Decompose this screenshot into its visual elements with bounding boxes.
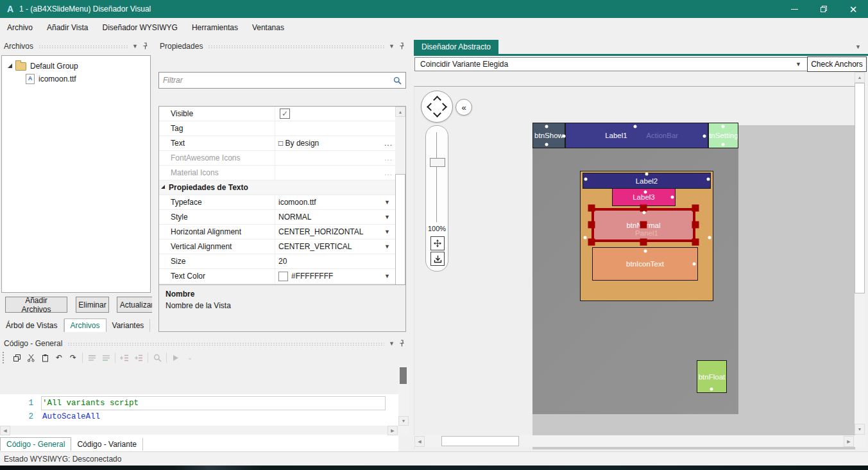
panel-menu-icon[interactable]: ▼ <box>855 44 861 50</box>
tab-disenador-abstracto[interactable]: Diseñador Abstracto <box>414 40 498 54</box>
panel-menu-icon[interactable]: ▼ <box>132 43 138 49</box>
resize-handle-e[interactable] <box>692 222 699 229</box>
close-button[interactable]: ✕ <box>838 0 868 18</box>
pan-left-icon[interactable] <box>427 103 435 111</box>
scroll-left-button[interactable]: ◀ <box>0 426 10 435</box>
expander-icon[interactable] <box>8 64 12 68</box>
cut-icon[interactable] <box>24 351 38 364</box>
property-row-material-icons[interactable]: Material Icons ... <box>159 166 395 180</box>
designer-canvas[interactable]: btnShow ActionBar Label1 btnSettings Pan… <box>414 86 855 449</box>
pin-icon[interactable] <box>399 42 405 50</box>
resize-handle-nw[interactable] <box>588 205 595 212</box>
menu-anadir-vista[interactable]: Añadir Vista <box>40 23 95 32</box>
dropdown-arrow-icon[interactable]: ▼ <box>384 273 390 279</box>
property-row-typeface[interactable]: Typeface icomoon.ttf ▼ <box>159 195 395 210</box>
property-row-vertical-alignment[interactable]: Vertical Alignment CENTER_VERTICAL ▼ <box>159 239 395 254</box>
dropdown-arrow-icon[interactable]: ▼ <box>384 199 390 205</box>
restore-button[interactable] <box>809 0 838 18</box>
menu-disenador-wysiwyg[interactable]: Diseñador WYSIWYG <box>96 23 185 32</box>
toolbar-overflow-icon[interactable]: ⌄ <box>183 351 197 364</box>
remove-button[interactable]: Eliminar <box>76 297 109 313</box>
find-icon[interactable] <box>150 351 164 364</box>
panel-menu-icon[interactable]: ▼ <box>389 43 395 49</box>
pan-up-icon[interactable] <box>433 96 441 104</box>
load-layout-button[interactable] <box>430 252 445 266</box>
tab-codigo-general[interactable]: Código - General <box>0 437 71 451</box>
run-script-icon[interactable] <box>169 351 183 364</box>
tree-item-font-file[interactable]: A icomoon.ttf <box>2 73 150 85</box>
tab-arbol-de-vistas[interactable]: Árbol de Vistas <box>0 319 64 332</box>
menu-herramientas[interactable]: Herramientas <box>185 23 245 32</box>
scroll-right-button[interactable]: ▶ <box>387 426 398 435</box>
filter-input[interactable] <box>159 76 393 85</box>
checkbox-checked-icon[interactable]: ✓ <box>280 109 290 119</box>
view-btnShow[interactable]: btnShow <box>532 123 565 148</box>
indent-icon[interactable] <box>132 351 146 364</box>
tree-item-default-group[interactable]: Default Group <box>2 60 150 73</box>
uncomment-icon[interactable] <box>99 351 113 364</box>
pin-icon[interactable] <box>142 42 148 50</box>
collapse-tools-button[interactable]: « <box>455 99 472 116</box>
check-anchors-button[interactable]: Check Anchors <box>807 57 867 72</box>
paste-icon[interactable] <box>38 351 52 364</box>
group-expander-icon[interactable] <box>161 185 165 189</box>
editor-vscrollbar[interactable]: ▼ <box>398 366 409 426</box>
code-text[interactable]: AutoScaleAll <box>42 412 100 421</box>
code-line[interactable]: 2 AutoScaleAll <box>0 410 398 423</box>
dropdown-arrow-icon[interactable]: ▼ <box>384 214 390 220</box>
pan-down-icon[interactable] <box>433 109 441 118</box>
dropdown-arrow-icon[interactable]: ▼ <box>384 243 390 250</box>
comment-icon[interactable] <box>85 351 99 364</box>
outdent-icon[interactable] <box>117 351 132 364</box>
scroll-right-button[interactable]: ▶ <box>844 436 854 447</box>
dropdown-arrow-icon[interactable]: ▼ <box>796 61 801 67</box>
property-row-visible[interactable]: Visible ✓ <box>159 107 395 121</box>
slider-track[interactable] <box>436 132 437 222</box>
property-row-fontawesome[interactable]: FontAwesome Icons ... <box>159 151 395 166</box>
property-row-style[interactable]: Style NORMAL ▼ <box>159 210 395 225</box>
property-row-size[interactable]: Size 20 <box>159 254 395 269</box>
ellipsis-button[interactable]: ... <box>384 139 393 148</box>
scroll-thumb[interactable] <box>441 436 519 446</box>
scroll-down-button[interactable]: ▼ <box>398 416 409 426</box>
menu-archivo[interactable]: Archivo <box>0 23 40 32</box>
scroll-down-button[interactable]: ▼ <box>855 424 865 435</box>
panel-menu-icon[interactable]: ▼ <box>389 340 395 347</box>
resize-handle-center[interactable] <box>640 222 647 229</box>
property-row-text-color[interactable]: Text Color #FFFFFFFF ▼ <box>159 269 395 284</box>
tab-codigo-variante[interactable]: Código - Variante <box>71 438 143 451</box>
property-row-horizontal-alignment[interactable]: Horizontal Alignment CENTER_HORIZONTAL ▼ <box>159 225 395 239</box>
minimize-button[interactable] <box>779 0 809 18</box>
scroll-thumb[interactable] <box>855 83 865 293</box>
copy-icon[interactable] <box>10 351 24 364</box>
fit-to-screen-button[interactable] <box>430 236 445 250</box>
menu-ventanas[interactable]: Ventanas <box>245 23 291 32</box>
resize-handle-sw[interactable] <box>588 239 595 246</box>
tab-variantes[interactable]: Variantes <box>106 319 151 332</box>
resize-handle-se[interactable] <box>692 239 699 246</box>
scroll-up-button[interactable]: ▲ <box>395 107 405 117</box>
resize-handle-w[interactable] <box>588 222 595 229</box>
resize-handle-s[interactable] <box>640 239 647 246</box>
toolbar-grip[interactable] <box>3 352 6 363</box>
add-files-button[interactable]: Añadir Archivos <box>5 297 67 313</box>
code-line[interactable]: 1 'All variants script <box>0 396 398 410</box>
update-button[interactable]: Actualizar <box>117 297 152 313</box>
scroll-thumb[interactable] <box>400 367 407 384</box>
pin-icon[interactable] <box>399 340 405 347</box>
editor-hscrollbar[interactable]: ◀ ▶ <box>0 426 409 435</box>
dropdown-arrow-icon[interactable]: ▼ <box>384 229 390 235</box>
search-icon[interactable] <box>393 76 402 85</box>
redo-icon[interactable]: ↷ <box>66 351 80 364</box>
slider-thumb[interactable] <box>430 158 445 167</box>
scroll-left-button[interactable]: ◀ <box>414 436 425 447</box>
designer-hscrollbar[interactable]: ◀ ▶ <box>414 435 865 447</box>
variant-dropdown[interactable]: Coincidir Variante Elegida ▼ <box>414 57 808 71</box>
scroll-up-button[interactable]: ▲ <box>855 72 865 83</box>
designer-vscrollbar[interactable]: ▲ ▼ <box>855 72 865 435</box>
pan-right-icon[interactable] <box>439 103 447 111</box>
view-Label1[interactable]: ActionBar Label1 <box>565 123 708 148</box>
property-row-tag[interactable]: Tag <box>159 121 395 136</box>
resize-handle-ne[interactable] <box>692 205 699 212</box>
tab-archivos[interactable]: Archivos <box>64 318 106 332</box>
